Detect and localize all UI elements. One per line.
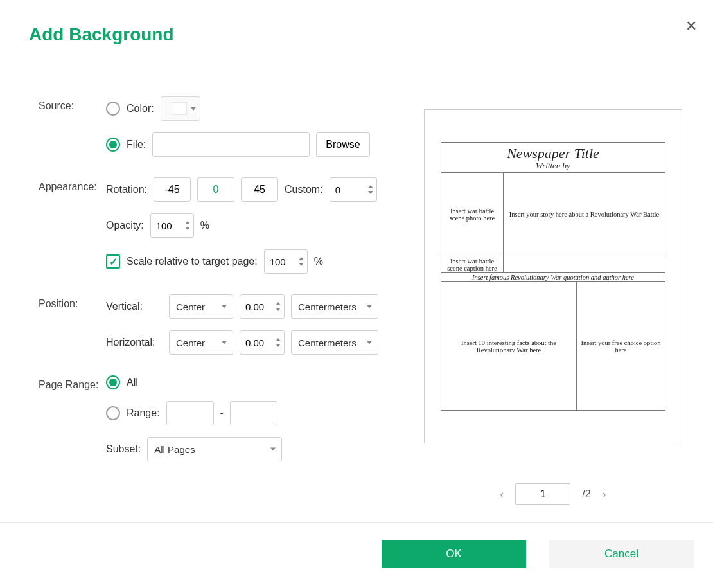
doc-cell-facts: Insert 10 interesting facts about the Re… [441, 282, 576, 410]
stepper-up-icon[interactable] [299, 257, 304, 260]
browse-button[interactable]: Browse [316, 132, 369, 157]
rotation-45-button[interactable]: 45 [241, 177, 278, 202]
preview-document: Newspaper Title Written by Insert war ba… [441, 142, 665, 411]
stepper-up-icon[interactable] [276, 338, 281, 341]
all-label: All [127, 377, 138, 388]
range-dash: - [220, 407, 224, 419]
horizontal-label: Horizontal: [106, 337, 163, 348]
source-file-radio[interactable] [106, 138, 120, 152]
stepper-down-icon[interactable] [276, 344, 281, 347]
doc-subtitle: Written by [441, 161, 665, 171]
close-icon[interactable]: ✕ [685, 18, 697, 35]
dialog-title: Add Background [29, 24, 174, 45]
horizontal-align-value: Center [176, 337, 205, 348]
file-label: File: [127, 139, 146, 150]
vertical-align-select[interactable]: Center [169, 294, 233, 319]
percent-label: % [200, 220, 209, 231]
page-prev-icon[interactable]: ‹ [500, 488, 504, 501]
chevron-down-icon [367, 305, 372, 308]
preview-panel: Newspaper Title Written by Insert war ba… [424, 109, 682, 443]
opacity-label: Opacity: [106, 220, 144, 231]
custom-label: Custom: [285, 184, 323, 195]
subset-select[interactable]: All Pages [147, 437, 282, 461]
subset-label: Subset: [106, 443, 141, 455]
chevron-down-icon [222, 305, 227, 308]
vertical-align-value: Center [176, 301, 205, 312]
source-label: Source: [39, 96, 106, 112]
chevron-down-icon [270, 448, 276, 451]
doc-cell-free: Insert your free choice option here [576, 282, 665, 410]
doc-cell-story: Insert your story here about a Revolutio… [503, 173, 665, 256]
percent-label: % [314, 256, 323, 267]
file-input[interactable] [152, 132, 310, 157]
stepper-down-icon[interactable] [276, 308, 281, 311]
doc-cell-caption: Insert war battle scene caption here [441, 256, 503, 272]
position-label: Position: [39, 294, 106, 310]
page-next-icon[interactable]: › [603, 488, 606, 501]
scale-label: Scale relative to target page: [127, 256, 258, 267]
vertical-unit-select[interactable]: Centermeters [291, 294, 378, 319]
stepper-up-icon[interactable] [276, 302, 281, 305]
doc-cell-empty [503, 256, 665, 272]
appearance-label: Appearance: [39, 177, 106, 193]
range-custom-radio[interactable] [106, 406, 120, 420]
stepper-up-icon[interactable] [185, 221, 190, 224]
vertical-unit-value: Centermeters [298, 301, 356, 312]
horizontal-unit-value: Centermeters [298, 337, 356, 348]
page-range-label: Page Range: [39, 375, 106, 391]
source-color-radio[interactable] [106, 102, 120, 116]
doc-quote: Insert famous Revolutionary War quotatio… [441, 273, 665, 282]
horizontal-unit-select[interactable]: Centermeters [291, 330, 378, 355]
range-from-input[interactable] [166, 401, 214, 425]
stepper-down-icon[interactable] [299, 263, 304, 266]
doc-title: Newspaper Title [441, 145, 665, 162]
page-total: /2 [582, 488, 590, 500]
rotation-neg45-button[interactable]: -45 [154, 177, 191, 202]
range-label: Range: [127, 407, 160, 419]
color-label: Color: [127, 103, 154, 114]
horizontal-align-select[interactable]: Center [169, 330, 233, 355]
ok-button[interactable]: OK [382, 540, 526, 568]
range-to-input[interactable] [230, 401, 277, 425]
rotation-0-button[interactable]: 0 [197, 177, 234, 202]
stepper-down-icon[interactable] [185, 227, 190, 230]
color-picker[interactable] [161, 96, 200, 121]
chevron-down-icon [367, 341, 372, 344]
rotation-label: Rotation: [106, 184, 147, 195]
subset-value: All Pages [154, 444, 195, 455]
stepper-up-icon[interactable] [368, 185, 373, 188]
cancel-button[interactable]: Cancel [549, 540, 694, 568]
scale-checkbox[interactable]: ✓ [106, 254, 120, 269]
doc-cell-photo: Insert war battle scene photo here [441, 173, 503, 256]
chevron-down-icon [222, 341, 227, 344]
stepper-down-icon[interactable] [368, 191, 373, 194]
chevron-down-icon [191, 107, 196, 111]
vertical-label: Vertical: [106, 301, 163, 312]
range-all-radio[interactable] [106, 375, 120, 389]
page-number-input[interactable] [515, 483, 570, 505]
